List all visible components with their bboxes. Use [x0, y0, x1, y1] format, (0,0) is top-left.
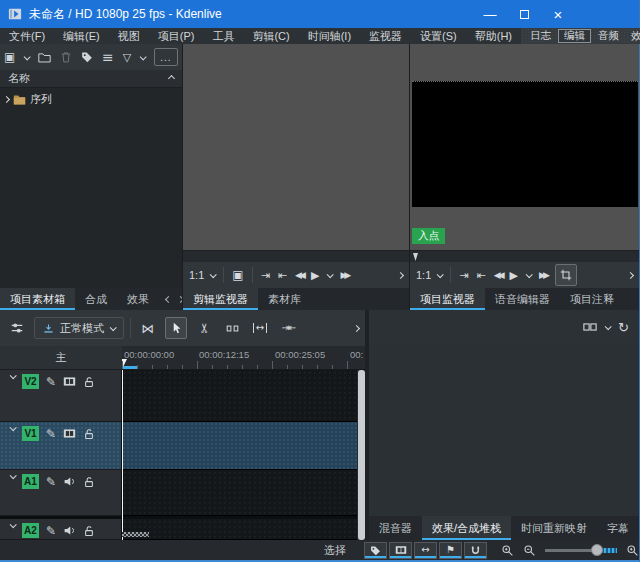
set-in-point-button[interactable]: ⇥: [261, 270, 270, 281]
master-track-header[interactable]: 主: [0, 346, 122, 370]
edit-track-name-icon[interactable]: ✎: [46, 474, 56, 489]
collapse-track-icon[interactable]: [10, 521, 17, 528]
toolbar-overflow-button[interactable]: [397, 271, 404, 278]
timeline-horizontal-scrollbar[interactable]: [122, 532, 149, 537]
collapse-track-icon[interactable]: [10, 372, 17, 379]
spacer-tool-button[interactable]: [221, 317, 243, 339]
track-badge-A2[interactable]: A2: [22, 523, 39, 538]
menu-item-6[interactable]: 时间轴(I): [299, 28, 360, 44]
lock-track-icon[interactable]: [83, 426, 95, 441]
effects-tab-2[interactable]: 时间重新映射: [511, 516, 597, 540]
workspace-tab-0[interactable]: 日志: [525, 29, 556, 43]
video-thumbnails-icon[interactable]: [63, 426, 76, 441]
create-folder-button[interactable]: [38, 51, 51, 64]
timeline-toolbar-overflow[interactable]: [353, 324, 360, 331]
bin-item-sequence[interactable]: 序列: [0, 91, 182, 108]
audio-record-icon[interactable]: [63, 523, 76, 538]
set-out-point-button[interactable]: ⇤: [477, 270, 486, 281]
track-badge-V2[interactable]: V2: [22, 374, 39, 389]
snap-magnet-toggle[interactable]: [464, 542, 487, 559]
menu-item-1[interactable]: 编辑(E): [54, 28, 109, 44]
audio-record-icon[interactable]: [63, 474, 76, 489]
audio-thumbnails-toggle[interactable]: ↔: [414, 542, 437, 559]
effects-tab-0[interactable]: 混音器: [369, 516, 422, 540]
project-monitor-tab-1[interactable]: 语音编辑器: [485, 288, 560, 310]
minimize-button[interactable]: —: [473, 0, 507, 28]
track-badge-V1[interactable]: V1: [22, 426, 39, 441]
edit-track-name-icon[interactable]: ✎: [46, 523, 56, 538]
track-header-A2[interactable]: A2✎: [0, 519, 121, 540]
project-monitor-tab-2[interactable]: 项目注释: [560, 288, 624, 310]
track-badge-A1[interactable]: A1: [22, 474, 39, 489]
project-monitor-zoom-select[interactable]: 1:1: [416, 269, 442, 281]
track-header-A1[interactable]: A1✎: [0, 470, 121, 516]
clip-monitor-tab-0[interactable]: 剪辑监视器: [183, 288, 258, 310]
video-thumbnails-toggle[interactable]: [389, 542, 412, 559]
play-button[interactable]: ▶: [510, 270, 518, 281]
set-in-point-button[interactable]: ⇥: [459, 270, 468, 281]
video-thumbnails-icon[interactable]: [63, 374, 76, 389]
razor-tool-button[interactable]: ✂: [193, 317, 215, 339]
view-menu-button[interactable]: ≡: [102, 50, 114, 64]
bin-tab-2[interactable]: 效果: [117, 288, 159, 310]
selection-tool-button[interactable]: [165, 317, 187, 339]
menu-item-3[interactable]: 项目(P): [149, 28, 204, 44]
filter-button[interactable]: ▽: [123, 52, 131, 63]
rewind-button[interactable]: ◀◀: [494, 271, 502, 280]
track-lane-A2[interactable]: [122, 519, 357, 540]
markers-toggle[interactable]: ⚑: [439, 542, 462, 559]
track-header-V1[interactable]: V1✎: [0, 422, 121, 470]
ripple-tool-button[interactable]: ⇥⇤: [277, 317, 299, 339]
bin-tab-1[interactable]: 合成: [75, 288, 117, 310]
timeline-vertical-scrollbar[interactable]: [358, 370, 365, 540]
track-lane-V1[interactable]: [122, 422, 357, 470]
clip-monitor-tab-1[interactable]: 素材库: [258, 288, 311, 310]
workspace-tab-2[interactable]: 音频: [593, 29, 624, 43]
delete-button[interactable]: [60, 51, 72, 63]
collapse-track-icon[interactable]: [10, 472, 17, 479]
monitor-playhead-marker[interactable]: [413, 253, 418, 261]
bin-tab-0[interactable]: 项目素材箱: [0, 288, 75, 310]
close-button[interactable]: ×: [541, 0, 575, 28]
edit-mode-dropdown[interactable]: 正常模式: [34, 317, 124, 339]
menu-item-4[interactable]: 工具: [203, 28, 243, 44]
play-button[interactable]: ▶: [311, 270, 319, 281]
track-lanes[interactable]: [122, 370, 357, 540]
play-dropdown-icon[interactable]: [526, 271, 533, 278]
compare-effect-button[interactable]: [583, 320, 597, 334]
workspace-tab-1[interactable]: 编辑: [558, 29, 591, 43]
track-header-V2[interactable]: V2✎: [0, 370, 121, 422]
zoom-in-button[interactable]: [626, 544, 639, 557]
bin-name-column-header[interactable]: 名称: [0, 70, 182, 88]
bin-more-button[interactable]: ...: [154, 48, 178, 66]
set-out-point-button[interactable]: ⇤: [278, 270, 287, 281]
lock-track-icon[interactable]: [83, 474, 95, 489]
tab-scroll-left-icon[interactable]: [165, 295, 172, 302]
mix-clips-button[interactable]: ⋈: [137, 317, 159, 339]
zone-mode-button[interactable]: [555, 264, 577, 286]
reset-effects-button[interactable]: ↻: [618, 321, 629, 334]
effects-tab-3[interactable]: 字幕: [597, 516, 639, 540]
effects-tab-1[interactable]: 效果/合成堆栈: [422, 516, 511, 540]
timeline-zone-bar[interactable]: [122, 366, 137, 369]
add-clip-dropdown-icon[interactable]: [24, 53, 31, 60]
rewind-button[interactable]: ◀◀: [295, 271, 303, 280]
edit-track-name-icon[interactable]: ✎: [46, 374, 56, 389]
clip-monitor-zoom-select[interactable]: 1:1: [189, 269, 215, 281]
expand-icon[interactable]: [3, 96, 10, 103]
playhead-line[interactable]: [122, 370, 123, 540]
menu-item-9[interactable]: 帮助(H): [466, 28, 521, 44]
timeline-ruler[interactable]: 00:00:00:0000:00:12:1500:00:25:0500:: [122, 346, 365, 370]
menu-item-7[interactable]: 监视器: [360, 28, 411, 44]
lock-track-icon[interactable]: [83, 523, 95, 538]
tab-scroll-right-icon[interactable]: [177, 295, 182, 302]
chevron-down-icon[interactable]: [605, 323, 612, 330]
project-monitor-ruler[interactable]: [410, 250, 639, 262]
toolbar-overflow-button[interactable]: [627, 271, 634, 278]
timeline-zoom-slider[interactable]: [545, 543, 617, 557]
add-marker-button[interactable]: ▣: [232, 269, 243, 281]
play-dropdown-icon[interactable]: [327, 271, 334, 278]
slip-tool-button[interactable]: ↔: [249, 317, 271, 339]
workspace-tab-3[interactable]: 效果: [626, 29, 640, 43]
filter-dropdown-icon[interactable]: [140, 53, 147, 60]
